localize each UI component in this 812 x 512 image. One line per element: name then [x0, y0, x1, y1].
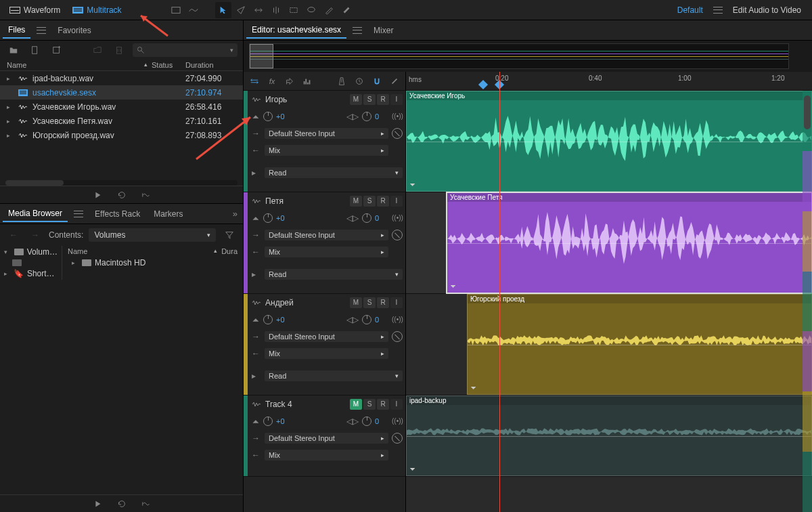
- spot-heal-tool-button[interactable]: [338, 2, 355, 18]
- marquee-tool-button[interactable]: [286, 2, 302, 18]
- pan-knob[interactable]: [362, 112, 371, 121]
- track-nav-strip[interactable]: [803, 452, 812, 512]
- editor-panel-menu[interactable]: [349, 22, 365, 39]
- monitor-button[interactable]: I: [390, 297, 403, 308]
- razor-tool-button[interactable]: [233, 2, 249, 18]
- snap-settings-button[interactable]: [388, 74, 401, 88]
- files-col-name[interactable]: Name: [7, 61, 144, 69]
- markers-tab[interactable]: Markers: [148, 207, 188, 221]
- time-ruler[interactable]: hms 0:200:401:001:20 EOD: [406, 72, 812, 91]
- effects-rack-tab[interactable]: Effects Rack: [89, 207, 145, 221]
- mono-stereo-toggle[interactable]: [392, 128, 403, 139]
- pan-knob[interactable]: [362, 417, 371, 426]
- track-input-select[interactable]: Default Stereo Input▸: [265, 230, 388, 240]
- lasso-tool-button[interactable]: [303, 2, 319, 18]
- track-input-select[interactable]: Default Stereo Input▸: [265, 433, 388, 444]
- toggle-loop-button[interactable]: [248, 74, 261, 88]
- monitor-button[interactable]: I: [390, 94, 403, 105]
- track-output-select[interactable]: Mix▸: [265, 348, 388, 359]
- fx-button[interactable]: fx: [265, 74, 279, 88]
- audio-clip[interactable]: ipad-backup ⏷: [406, 396, 812, 476]
- file-row[interactable]: ▸ Югорский проезд.wav 27:08.893: [0, 128, 243, 142]
- files-hscroll[interactable]: [5, 180, 238, 186]
- edit-audio-to-video-link[interactable]: Edit Audio to Video: [726, 5, 808, 15]
- files-col-status[interactable]: Status: [152, 61, 185, 69]
- preview-loop-button[interactable]: [114, 187, 130, 203]
- record-arm-button[interactable]: R: [377, 196, 389, 207]
- mb-autoplay-button[interactable]: [138, 496, 154, 512]
- track-input-select[interactable]: Default Stereo Input▸: [265, 128, 388, 139]
- timeline[interactable]: hms 0:200:401:001:20 EOD Усачевские Игор…: [406, 72, 812, 512]
- solo-button[interactable]: S: [363, 399, 376, 410]
- media-browser-menu[interactable]: [70, 206, 87, 222]
- track-name[interactable]: Петя: [265, 196, 284, 206]
- metronome-button[interactable]: [335, 74, 348, 88]
- track-nav-strip[interactable]: [803, 331, 812, 391]
- file-row[interactable]: usachevskie.sesx 27:10.974: [0, 85, 243, 100]
- count-in-button[interactable]: [353, 74, 366, 88]
- audio-clip[interactable]: Усачевские Игорь ⏷: [406, 91, 812, 192]
- session-overview[interactable]: [249, 43, 789, 69]
- mb-filter-button[interactable]: [221, 227, 238, 243]
- mute-button[interactable]: M: [350, 94, 362, 105]
- pan-value[interactable]: 0: [375, 214, 388, 222]
- time-select-tool-button[interactable]: [268, 2, 284, 18]
- favorites-tab[interactable]: Favorites: [52, 23, 96, 38]
- track-lane[interactable]: Усачевские Петя ⏷: [406, 192, 812, 294]
- pan-knob[interactable]: [362, 213, 371, 223]
- spectral-pitch-button[interactable]: [185, 2, 202, 18]
- track-nav-strip[interactable]: [803, 272, 812, 332]
- volume-knob[interactable]: [263, 315, 273, 324]
- track-lane[interactable]: ipad-backup ⏷: [406, 396, 812, 477]
- preview-autoplay-button[interactable]: [138, 187, 154, 203]
- audio-clip[interactable]: Югорский проезд ⏷: [467, 294, 812, 395]
- files-tab[interactable]: Files: [3, 22, 30, 39]
- mb-back-button[interactable]: ←: [5, 227, 22, 243]
- mute-button[interactable]: M: [350, 399, 362, 410]
- track-lane[interactable]: Усачевские Игорь ⏷: [406, 91, 812, 192]
- audio-clip[interactable]: Усачевские Петя ⏷: [447, 192, 812, 293]
- files-panel-menu[interactable]: [33, 22, 49, 39]
- solo-button[interactable]: S: [363, 196, 376, 207]
- track-nav-strip[interactable]: [803, 211, 812, 272]
- track-output-select[interactable]: Mix▸: [265, 450, 388, 461]
- mono-stereo-toggle[interactable]: [392, 331, 403, 342]
- track-output-select[interactable]: Mix▸: [265, 145, 388, 156]
- open-file-button[interactable]: [5, 42, 22, 58]
- mute-button[interactable]: M: [350, 297, 362, 308]
- mb-shortcuts-node[interactable]: ▸ 🔖 Shortcuts: [0, 268, 62, 280]
- mixer-tab[interactable]: Mixer: [368, 23, 399, 38]
- timeline-vscroll[interactable]: [804, 95, 811, 129]
- workspace-menu-button[interactable]: [710, 2, 726, 18]
- track-name[interactable]: Track 4: [265, 400, 292, 409]
- volume-knob[interactable]: [263, 112, 273, 121]
- track-output-select[interactable]: Mix▸: [265, 247, 388, 257]
- record-arm-button[interactable]: R: [377, 94, 389, 105]
- mb-play-button[interactable]: [89, 496, 106, 512]
- files-col-duration[interactable]: Duration: [185, 61, 236, 69]
- mb-volume-item[interactable]: [0, 258, 62, 268]
- insert-clip-button[interactable]: [89, 42, 106, 58]
- pan-value[interactable]: 0: [375, 316, 388, 324]
- monitor-button[interactable]: I: [390, 196, 403, 207]
- volume-knob[interactable]: [263, 213, 273, 223]
- new-multitrack-button[interactable]: [49, 42, 65, 58]
- mb-fwd-button[interactable]: →: [27, 227, 43, 243]
- playhead[interactable]: [499, 72, 500, 512]
- preview-play-button[interactable]: [89, 187, 106, 203]
- file-row[interactable]: ▸ ipad-backup.wav 27:04.990: [0, 71, 243, 85]
- volume-value[interactable]: +0: [276, 214, 290, 222]
- editor-tab[interactable]: Editor: usachevskie.sesx: [246, 22, 346, 39]
- mb-volumes-node[interactable]: ▾ Volumes: [0, 246, 62, 258]
- track-nav-strip[interactable]: [803, 151, 812, 211]
- monitor-button[interactable]: I: [390, 399, 403, 410]
- volume-value[interactable]: +0: [276, 417, 290, 425]
- files-search-input[interactable]: ▾: [133, 43, 238, 57]
- volume-value[interactable]: +0: [276, 112, 290, 121]
- file-row[interactable]: ▸ Усачевские Петя.wav 27:10.161: [0, 114, 243, 128]
- track-input-select[interactable]: Default Stereo Input▸: [265, 331, 388, 342]
- media-browser-tab[interactable]: Media Browser: [3, 206, 68, 222]
- solo-button[interactable]: S: [363, 297, 376, 308]
- track-automation-select[interactable]: Read▾: [265, 269, 403, 280]
- volume-knob[interactable]: [263, 417, 273, 426]
